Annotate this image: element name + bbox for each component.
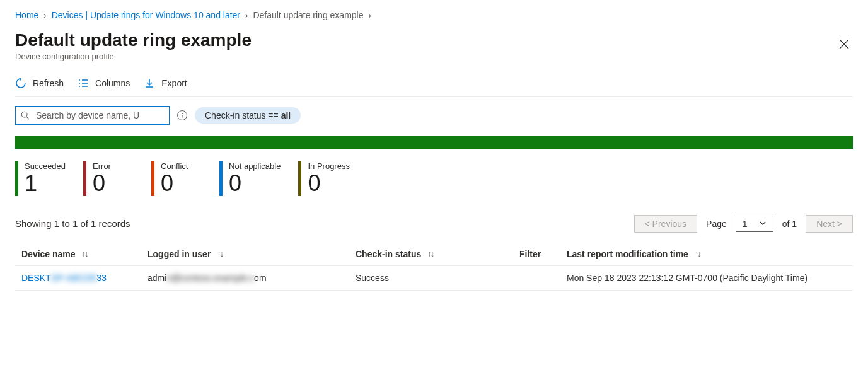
sort-icon: ↑↓ xyxy=(695,249,700,258)
sort-icon: ↑↓ xyxy=(82,249,88,258)
chevron-right-icon: › xyxy=(245,11,248,20)
svg-point-0 xyxy=(21,112,27,117)
status-label: Conflict xyxy=(161,161,188,171)
pagination: < Previous Page 1 of 1 Next > xyxy=(634,215,853,233)
column-label: Logged in user xyxy=(148,249,211,259)
chevron-down-icon xyxy=(759,219,767,229)
column-header-status[interactable]: Check-in status ↑↓ xyxy=(356,249,519,259)
close-button[interactable] xyxy=(835,35,853,56)
breadcrumb: Home › Devices | Update rings for Window… xyxy=(15,6,853,30)
page-subtitle: Device configuration profile xyxy=(15,52,252,61)
column-label: Last report modification time xyxy=(567,249,688,259)
status-color-bar xyxy=(83,161,86,196)
columns-label: Columns xyxy=(95,78,130,88)
column-label: Device name xyxy=(21,249,76,259)
close-icon xyxy=(839,39,849,49)
filter-pill-label: Check-in status == xyxy=(205,110,279,120)
columns-icon xyxy=(78,78,89,89)
search-row: i Check-in status == all xyxy=(15,106,853,125)
status-count: 0 xyxy=(161,171,188,196)
sort-icon: ↑↓ xyxy=(217,249,223,258)
status-tile[interactable]: In Progress0 xyxy=(298,161,349,196)
search-icon xyxy=(21,111,30,120)
status-count: 0 xyxy=(308,171,349,196)
status-color-bar xyxy=(298,161,301,196)
status-label: Succeeded xyxy=(25,161,66,171)
status-count: 0 xyxy=(93,171,111,196)
data-table: Device name ↑↓ Logged in user ↑↓ Check-i… xyxy=(15,243,853,291)
status-label: In Progress xyxy=(308,161,349,171)
user-cell: admin@contoso.example.com xyxy=(148,273,356,283)
export-button[interactable]: Export xyxy=(144,78,187,89)
breadcrumb-home[interactable]: Home xyxy=(15,10,38,20)
status-label: Error xyxy=(93,161,111,171)
column-header-device[interactable]: Device name ↑↓ xyxy=(15,249,148,259)
next-button[interactable]: Next > xyxy=(806,215,853,233)
status-color-bar xyxy=(15,161,18,196)
column-label: Check-in status xyxy=(356,249,421,259)
table-row: DESKTOP-ABCDE33admin@contoso.example.com… xyxy=(15,266,853,291)
refresh-label: Refresh xyxy=(33,78,64,88)
records-count-text: Showing 1 to 1 of 1 records xyxy=(15,218,130,229)
columns-button[interactable]: Columns xyxy=(78,78,130,89)
export-icon xyxy=(144,78,155,89)
status-cell: Success xyxy=(356,273,519,283)
chevron-right-icon: › xyxy=(369,11,371,20)
chevron-right-icon: › xyxy=(43,11,46,20)
sort-icon: ↑↓ xyxy=(427,249,433,258)
search-input[interactable] xyxy=(35,110,164,121)
page-label: Page xyxy=(706,219,727,229)
column-header-user[interactable]: Logged in user ↑↓ xyxy=(148,249,356,259)
column-header-time[interactable]: Last report modification time ↑↓ xyxy=(567,249,853,259)
info-icon[interactable]: i xyxy=(177,110,187,120)
time-cell: Mon Sep 18 2023 22:13:12 GMT-0700 (Pacif… xyxy=(567,273,853,283)
status-label: Not applicable xyxy=(229,161,281,171)
table-header-row: Device name ↑↓ Logged in user ↑↓ Check-i… xyxy=(15,243,853,266)
page-title: Default update ring example xyxy=(15,30,252,50)
toolbar: Refresh Columns Export xyxy=(15,78,853,97)
breadcrumb-devices[interactable]: Devices | Update rings for Windows 10 an… xyxy=(52,10,240,20)
page-number: 1 xyxy=(743,219,748,229)
page-of-text: of 1 xyxy=(782,219,797,229)
progress-bar xyxy=(15,136,853,149)
export-label: Export xyxy=(161,78,187,88)
column-header-filter[interactable]: Filter xyxy=(519,249,567,259)
column-label: Filter xyxy=(519,249,541,259)
status-tile[interactable]: Succeeded1 xyxy=(15,161,66,196)
page-select[interactable]: 1 xyxy=(736,216,773,232)
device-link[interactable]: DESKTOP-ABCDE33 xyxy=(21,273,107,283)
refresh-button[interactable]: Refresh xyxy=(15,78,64,89)
refresh-icon xyxy=(15,78,26,89)
status-color-bar xyxy=(219,161,223,196)
status-tile[interactable]: Error0 xyxy=(83,161,134,196)
status-count: 1 xyxy=(25,171,66,196)
status-tiles: Succeeded1Error0Conflict0Not applicable0… xyxy=(15,161,853,196)
previous-button[interactable]: < Previous xyxy=(634,215,698,233)
breadcrumb-current: Default update ring example xyxy=(253,10,363,20)
status-color-bar xyxy=(151,161,154,196)
status-tile[interactable]: Conflict0 xyxy=(151,161,202,196)
status-tile[interactable]: Not applicable0 xyxy=(219,161,281,196)
status-count: 0 xyxy=(229,171,281,196)
filter-pill-value: all xyxy=(281,110,291,120)
filter-pill-checkin[interactable]: Check-in status == all xyxy=(195,107,301,124)
search-box[interactable] xyxy=(15,106,170,125)
